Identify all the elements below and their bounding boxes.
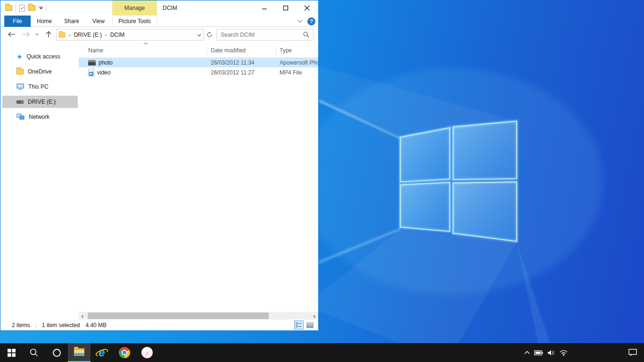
sidebar-item-network[interactable]: Network <box>2 111 78 123</box>
tab-share[interactable]: Share <box>58 16 85 27</box>
taskbar-chrome-button[interactable] <box>113 343 136 362</box>
forward-button[interactable] <box>20 29 32 40</box>
minimize-button[interactable] <box>254 0 275 16</box>
refresh-icon <box>206 32 213 38</box>
file-explorer-icon <box>74 348 84 356</box>
up-arrow-icon <box>46 31 51 38</box>
customize-qat-dropdown-icon[interactable] <box>39 7 43 9</box>
new-folder-icon[interactable] <box>28 5 35 11</box>
network-icon <box>17 114 25 120</box>
collapse-ribbon-chevron-icon[interactable] <box>297 20 303 23</box>
sort-ascending-icon[interactable] <box>143 42 148 45</box>
sidebar-item-quick-access[interactable]: ★ Quick access <box>2 50 78 63</box>
horizontal-scrollbar[interactable]: ‹ › <box>79 312 318 320</box>
column-headers: Name Date modified Type <box>79 45 318 57</box>
battery-status[interactable] <box>534 350 543 355</box>
help-icon[interactable]: ? <box>307 17 315 25</box>
address-dropdown-chevron[interactable] <box>197 32 201 38</box>
caption-buttons <box>254 0 317 16</box>
column-header-date-modified[interactable]: Date modified <box>211 47 246 54</box>
back-arrow-icon <box>8 32 16 37</box>
status-bar: 2 items 1 item selected 4.40 MB <box>0 320 318 330</box>
file-name: video <box>97 69 111 76</box>
tab-picture-tools[interactable]: Picture Tools <box>112 16 157 27</box>
internet-explorer-icon: e <box>96 346 108 359</box>
cortana-button[interactable] <box>45 343 68 362</box>
windows-start-icon <box>8 349 16 357</box>
battery-icon <box>534 350 543 355</box>
taskbar-internet-explorer-button[interactable]: e <box>91 343 113 362</box>
volume-status[interactable] <box>547 350 555 356</box>
taskbar-itunes-button[interactable]: ♪ <box>136 343 158 362</box>
action-center-button[interactable] <box>623 343 642 362</box>
sidebar-item-label: OneDrive <box>28 68 52 75</box>
breadcrumb-dcim[interactable]: DCIM <box>110 32 125 38</box>
column-header-name[interactable]: Name <box>88 47 103 54</box>
onedrive-icon <box>17 69 24 74</box>
properties-icon[interactable] <box>19 5 25 12</box>
recent-locations-chevron[interactable] <box>33 29 41 40</box>
close-icon <box>304 5 310 11</box>
tab-view[interactable]: View <box>85 16 112 27</box>
search-icon <box>30 348 38 357</box>
refresh-button[interactable] <box>205 30 214 39</box>
divider <box>46 4 47 12</box>
sidebar-item-drive-e[interactable]: DRIVE (E:) <box>2 96 78 108</box>
address-folder-icon <box>59 32 66 37</box>
chevron-down-icon <box>35 33 39 36</box>
search-input[interactable] <box>221 32 303 38</box>
taskbar-search-button[interactable] <box>23 343 45 362</box>
selection-size: 4.40 MB <box>85 322 107 329</box>
scroll-right-arrow[interactable]: › <box>311 312 318 320</box>
navigation-toolbar: › DRIVE (E:) › DCIM <box>0 27 318 42</box>
maximize-button[interactable] <box>275 0 296 16</box>
sidebar-item-label: Quick access <box>27 53 60 60</box>
sidebar-item-label: This PC <box>28 83 49 90</box>
system-tray <box>524 343 568 362</box>
scrollbar-thumb[interactable] <box>88 313 269 319</box>
itunes-icon: ♪ <box>141 347 153 358</box>
chevron-down-icon <box>197 34 201 37</box>
minimize-icon <box>262 5 267 11</box>
action-center-icon <box>628 349 637 356</box>
drive-icon <box>17 100 24 104</box>
forward-arrow-icon <box>22 32 30 37</box>
search-icon[interactable] <box>303 32 309 38</box>
back-button[interactable] <box>6 29 17 40</box>
show-hidden-icons-button[interactable] <box>524 351 530 354</box>
chevron-up-icon <box>524 351 530 354</box>
sidebar-item-this-pc[interactable]: This PC <box>2 81 78 93</box>
file-name: photo <box>99 59 113 66</box>
sidebar-item-label: DRIVE (E:) <box>28 99 56 105</box>
network-status[interactable] <box>560 350 568 356</box>
titlebar[interactable]: Manage DCIM <box>0 0 318 16</box>
column-divider[interactable] <box>276 46 276 56</box>
up-button[interactable] <box>43 29 54 40</box>
column-header-type[interactable]: Type <box>280 47 292 54</box>
file-list: Name Date modified Type photo 26/03/2012… <box>79 42 318 312</box>
column-divider[interactable] <box>206 46 207 56</box>
file-type: MP4 File <box>280 67 302 77</box>
address-bar[interactable]: › DRIVE (E:) › DCIM <box>56 29 204 41</box>
start-button[interactable] <box>0 343 23 362</box>
breadcrumb-drive[interactable]: DRIVE (E:) <box>74 32 102 38</box>
tab-file[interactable]: File <box>4 16 31 27</box>
file-explorer-window: Manage DCIM <box>0 0 319 331</box>
selection-count: 1 item selected <box>42 322 80 329</box>
tab-home[interactable]: Home <box>31 16 58 27</box>
sidebar-item-onedrive[interactable]: OneDrive <box>2 66 78 78</box>
file-date-modified: 26/03/2012 11:27 <box>211 67 255 77</box>
file-row-photo[interactable]: photo 26/03/2012 11:34 Apowersoft Pho <box>79 58 318 67</box>
navigation-pane: ★ Quick access OneDrive This PC DRIVE (E… <box>0 42 78 312</box>
scroll-left-arrow[interactable]: ‹ <box>79 312 86 320</box>
large-icons-view-button[interactable] <box>305 321 314 329</box>
divider <box>36 322 36 329</box>
window-folder-icon <box>5 5 12 11</box>
close-button[interactable] <box>296 0 317 16</box>
search-box[interactable] <box>216 29 314 41</box>
details-view-button[interactable] <box>294 321 304 329</box>
file-row-video[interactable]: video 26/03/2012 11:27 MP4 File <box>79 67 318 77</box>
taskbar-file-explorer-button[interactable] <box>68 343 91 362</box>
contextual-tab-group-manage[interactable]: Manage <box>112 0 157 16</box>
file-date-modified: 26/03/2012 11:34 <box>211 58 255 67</box>
